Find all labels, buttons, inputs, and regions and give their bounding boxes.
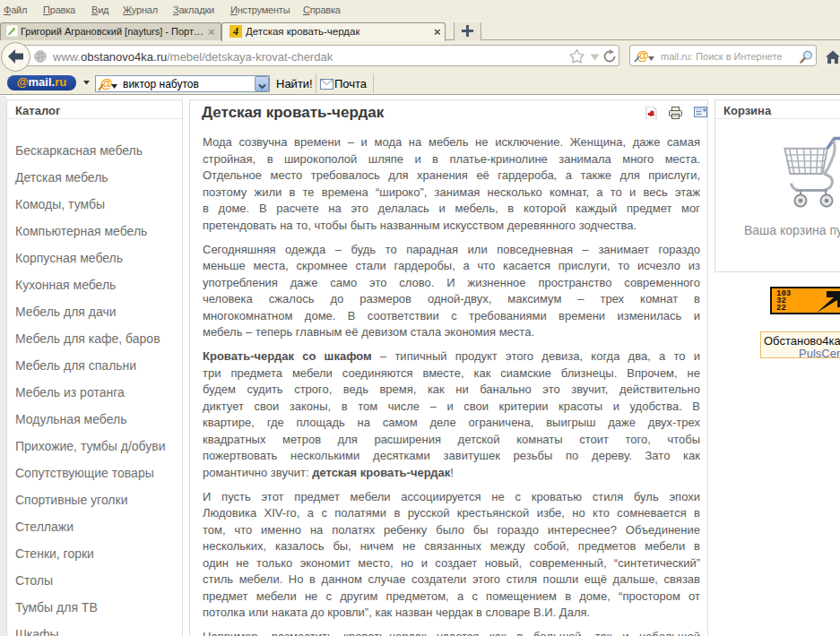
svg-text:4: 4 — [232, 25, 238, 38]
